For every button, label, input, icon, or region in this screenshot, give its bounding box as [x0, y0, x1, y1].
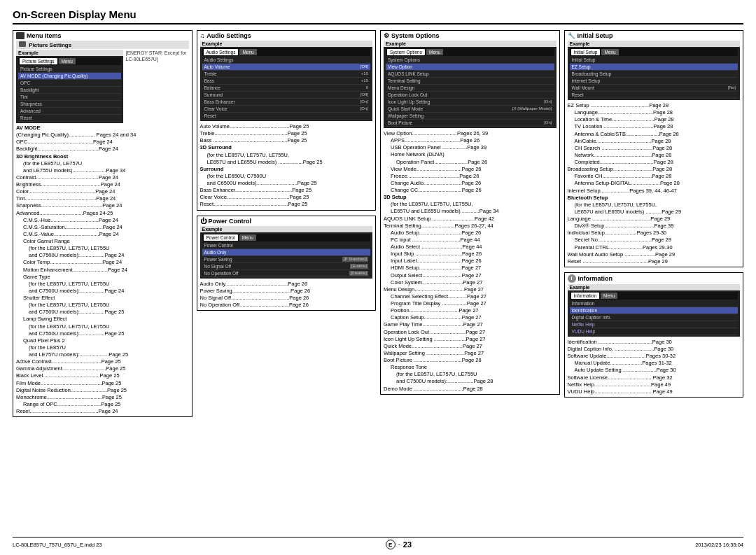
avmode-desc: (Changing Pic.Quality)..................…	[16, 132, 189, 139]
col-initial: 🔧 Initial Setup Example Initial Setup Me…	[564, 30, 744, 534]
system-menu-screenshot: System Options Menu System Options View …	[384, 47, 556, 128]
picture-settings-label: Picture Settings	[16, 41, 189, 49]
power-tab: Power Control	[204, 234, 238, 241]
info-icon: i	[568, 274, 576, 283]
page-footer: LC-80LE857U_757U_657U_E.indd 23 E - 23 2…	[13, 537, 743, 549]
initial-icon: 🔧	[568, 32, 575, 39]
system-text-content: View Option.............................…	[384, 130, 556, 393]
picture-screenshot: Example Picture Settings Menu Picture Se…	[16, 50, 123, 123]
menu-items-title: Menu Items	[16, 32, 189, 39]
menu-row-backlight: Backlight	[18, 87, 121, 94]
audio-example-label: Example	[200, 41, 373, 47]
system-icon: ⚙	[384, 32, 389, 39]
initial-tab: Initial Setup	[571, 49, 601, 55]
audio-title: ♫ Audio Settings	[200, 32, 373, 39]
information-section: i Information Example Information Menu I…	[564, 272, 744, 398]
initial-menu-tab: Menu	[601, 49, 618, 55]
system-section: ⚙ System Options Example System Options …	[380, 30, 560, 395]
initial-title: 🔧 Initial Setup	[568, 32, 741, 39]
main-columns: Menu Items Picture Settings Example Pict…	[13, 30, 743, 534]
example-label: Example	[16, 50, 123, 56]
audio-menu-tab: Menu	[239, 49, 256, 55]
system-example-label: Example	[384, 41, 556, 47]
system-menu-tab: Menu	[426, 49, 443, 55]
information-title: i Information	[568, 274, 741, 283]
menu-row-picture: Picture Settings	[18, 66, 121, 73]
power-menu-tab: Menu	[239, 234, 256, 241]
system-tab: System Options	[387, 49, 425, 55]
page-title: On-Screen Display Menu	[13, 8, 743, 24]
power-text-content: Audio Only..............................…	[200, 281, 373, 309]
info-menu-tab: Menu	[601, 293, 617, 299]
menu-tab: Menu	[59, 58, 76, 64]
initial-example-label: Example	[568, 41, 741, 47]
audio-menu-screenshot: Audio Settings Menu Audio Settings Auto …	[200, 47, 373, 121]
power-menu-screenshot: Power Control Menu Power Control Audio O…	[200, 232, 373, 279]
footer-right: 2013/02/23 16:35:04	[695, 542, 743, 548]
menu-items-section: Menu Items Picture Settings Example Pict…	[13, 30, 192, 417]
menu-row-opc: OPC	[18, 80, 121, 87]
col-audio: ♫ Audio Settings Example Audio Settings …	[197, 30, 377, 534]
power-title: ⏻ Power Control	[200, 218, 373, 225]
picture-tab: Picture Settings	[20, 58, 57, 64]
picture-example: Example Picture Settings Menu Picture Se…	[16, 50, 189, 123]
power-example-label: Example	[200, 226, 373, 232]
menu-row-tint: Tint	[18, 94, 121, 101]
initial-menu-screenshot: Initial Setup Menu Initial Setup EZ Setu…	[568, 47, 741, 100]
avmode-line: AV MODE	[16, 125, 189, 132]
power-section: ⏻ Power Control Example Power Control Me…	[197, 216, 377, 311]
menu-row-reset: Reset	[18, 115, 121, 122]
audio-icon: ♫	[200, 32, 205, 39]
col-system: ⚙ System Options Example System Options …	[380, 30, 560, 534]
circle-e: E	[386, 540, 396, 549]
picture-menu-screenshot: Picture Settings Menu Picture Settings A…	[16, 56, 123, 123]
picture-note: [ENERGY STAR: Except for LC-90LE657U]	[126, 50, 189, 123]
audio-text-content: Auto Volume.............................…	[200, 123, 373, 209]
col-menu-items: Menu Items Picture Settings Example Pict…	[13, 30, 192, 534]
initial-section: 🔧 Initial Setup Example Initial Setup Me…	[564, 30, 744, 267]
initial-text-content: EZ Setup ...............................…	[568, 102, 741, 265]
info-tab: Information	[571, 293, 600, 299]
audio-tab: Audio Settings	[204, 49, 239, 55]
page-number: 23	[403, 540, 412, 549]
picture-text-content: AV MODE (Changing Pic.Quality)..........…	[16, 125, 189, 415]
footer-left: LC-80LE857U_757U_657U_E.indd 23	[13, 542, 102, 548]
power-icon: ⏻	[200, 218, 206, 225]
page-number-area: E - 23	[386, 540, 412, 549]
menu-row-avmode: AV MODE (Changing Pic.Quality)	[18, 73, 121, 80]
audio-section: ♫ Audio Settings Example Audio Settings …	[197, 30, 377, 211]
menu-row-advanced: Advanced	[18, 108, 121, 115]
picture-icon	[19, 41, 26, 47]
info-text-content: Identification .........................…	[568, 339, 741, 395]
system-title: ⚙ System Options	[384, 32, 556, 39]
info-menu-screenshot: Information Menu Information Identificat…	[568, 290, 741, 337]
page: On-Screen Display Menu Menu Items Pictur…	[0, 0, 756, 555]
menu-row-sharpness: Sharpness	[18, 101, 121, 108]
info-example-label: Example	[568, 284, 741, 290]
menu-items-icon	[16, 32, 24, 39]
